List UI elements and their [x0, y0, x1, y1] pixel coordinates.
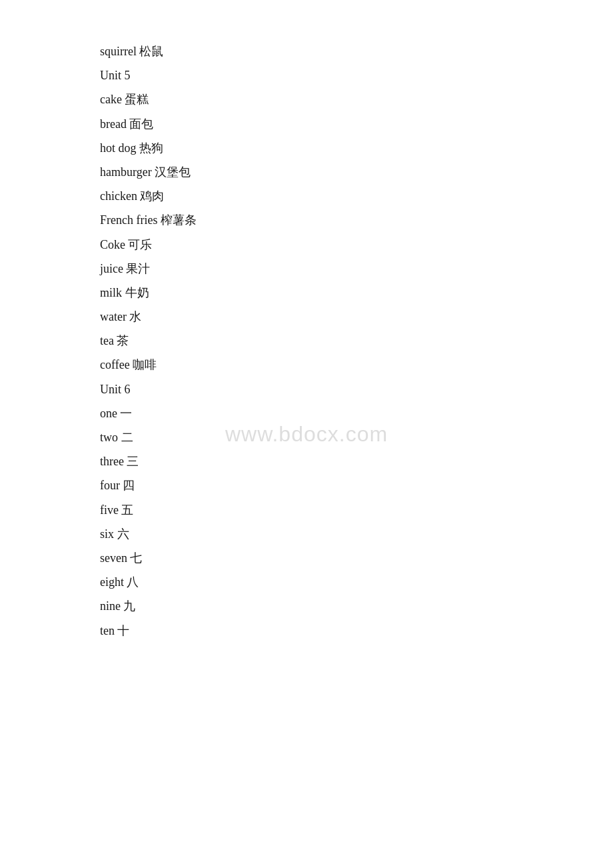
vocab-item: three 三 — [100, 450, 613, 473]
vocab-item: eight 八 — [100, 571, 613, 593]
vocab-item: French fries 榨薯条 — [100, 209, 613, 231]
vocab-item: milk 牛奶 — [100, 281, 613, 304]
vocab-item: one 一 — [100, 402, 613, 425]
vocab-item: two 二 — [100, 426, 613, 449]
vocab-item: Coke 可乐 — [100, 233, 613, 256]
vocab-item: Unit 6 — [100, 378, 613, 401]
content-area: squirrel 松鼠Unit 5cake 蛋糕bread 面包hot dog … — [0, 0, 613, 683]
vocab-item: nine 九 — [100, 595, 613, 617]
vocab-item: juice 果汁 — [100, 257, 613, 280]
vocab-item: tea 茶 — [100, 329, 613, 352]
vocab-item: Unit 5 — [100, 64, 613, 87]
vocab-item: four 四 — [100, 474, 613, 497]
vocab-item: six 六 — [100, 523, 613, 545]
vocab-item: seven 七 — [100, 547, 613, 569]
vocab-item: cake 蛋糕 — [100, 88, 613, 111]
vocab-item: hamburger 汉堡包 — [100, 161, 613, 183]
vocab-item: bread 面包 — [100, 113, 613, 135]
vocab-item: water 水 — [100, 305, 613, 328]
vocab-item: ten 十 — [100, 619, 613, 642]
vocab-item: coffee 咖啡 — [100, 353, 613, 376]
vocab-item: chicken 鸡肉 — [100, 185, 613, 207]
vocab-item: five 五 — [100, 499, 613, 521]
vocab-item: hot dog 热狗 — [100, 137, 613, 159]
vocab-item: squirrel 松鼠 — [100, 40, 613, 63]
